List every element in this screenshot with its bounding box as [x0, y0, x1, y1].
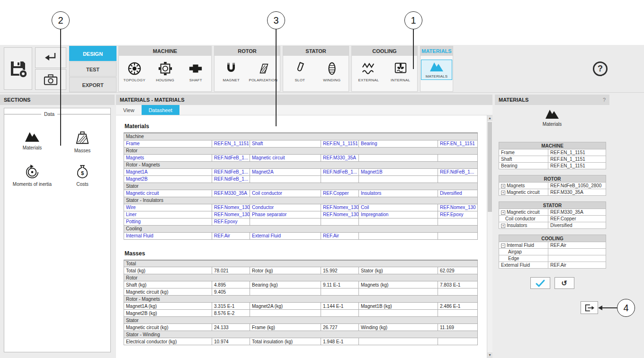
scroll-up-icon[interactable]: ▲	[487, 115, 492, 121]
cell: Bearing	[359, 140, 438, 147]
magnet-button[interactable]: MAGNET	[216, 60, 246, 83]
cell	[438, 338, 478, 345]
cell	[438, 288, 478, 296]
screenshot-button[interactable]	[35, 69, 66, 90]
cell: REF.EN_1_1151	[321, 140, 359, 147]
tree-label-cell: External Fluid	[499, 262, 548, 269]
materials-heading: Materials	[125, 123, 479, 130]
section-cell: Rotor	[124, 147, 478, 154]
sidebar-item-costs[interactable]: $ Costs	[57, 165, 107, 187]
cell: Magnet2B	[124, 175, 212, 183]
tab-datasheet[interactable]: Datasheet	[142, 105, 179, 115]
sidebar-item-materials[interactable]: Materials	[7, 131, 57, 153]
ribbon: DESIGN TEST EXPORT MACHINE	[0, 45, 644, 93]
tree-value-cell[interactable]: REF.EN_1_1151	[548, 163, 606, 169]
import-button[interactable]	[35, 47, 66, 68]
internal-cooling-button[interactable]: INTERNAL	[385, 60, 416, 83]
export-report-button[interactable]	[581, 301, 598, 314]
cell: Bearing (kg)	[250, 281, 321, 288]
cell: Frame	[124, 140, 212, 147]
restore-button[interactable]: ↺	[555, 277, 574, 289]
tree-label-cell: −Internal Fluid	[499, 242, 548, 249]
apply-button[interactable]	[530, 277, 550, 289]
cell	[438, 218, 478, 225]
tree-label-cell: Airgap	[499, 249, 548, 255]
cell	[250, 310, 321, 317]
expand-icon[interactable]: +	[501, 191, 505, 195]
tree-value-cell[interactable]: REF.Air	[548, 242, 606, 249]
polarization-button[interactable]: POLARIZATION	[248, 60, 278, 83]
cell: REF.NdFeB_1...	[321, 168, 359, 175]
callout-line-2	[60, 29, 61, 146]
expand-icon[interactable]: +	[501, 224, 505, 228]
scrollbar-thumb[interactable]	[488, 122, 492, 212]
materials-button[interactable]: MATERIALS	[421, 60, 452, 79]
tree-value-cell[interactable]: REF.NdFeB_1050_2800	[548, 183, 606, 189]
cell: Magnetic circuit	[124, 190, 212, 197]
tree-value-cell[interactable]	[548, 255, 606, 262]
ribbon-group-rotor: ROTOR MAGNET POLARIZAT	[214, 46, 280, 92]
tree-label-cell: Edge	[499, 255, 548, 262]
section-cell: Rotor - Magnets	[124, 161, 478, 168]
tree-value-cell[interactable]: Diversified	[548, 222, 606, 229]
tab-view[interactable]: View	[116, 105, 142, 115]
cell: Stator (kg)	[359, 267, 438, 274]
tree-group-header: ROTOR	[499, 175, 606, 183]
cell: REF.Nomex_130	[438, 204, 478, 211]
cell: Magnets	[124, 154, 212, 161]
tree-value-cell[interactable]: REF.M330_35A	[548, 189, 606, 196]
shaft-button[interactable]: SHAFT	[180, 60, 211, 83]
cell: 4.895	[212, 281, 250, 288]
cell: REF.Nomex_130	[321, 211, 359, 218]
cell: Magnet1A	[124, 168, 212, 175]
tree-value-cell[interactable]: REF.Air	[548, 262, 606, 269]
magnet-icon	[224, 61, 238, 76]
tree-label: Internal Fluid	[507, 243, 534, 248]
section-cell: Stator	[124, 183, 478, 190]
housing-button[interactable]: HOUSING	[150, 60, 180, 83]
cell: Wire	[124, 204, 212, 211]
panel-help-icon[interactable]: ?	[603, 95, 606, 105]
test-mode-button[interactable]: TEST	[69, 61, 116, 77]
cell: Conductor	[250, 204, 321, 211]
cell: 15.992	[321, 267, 359, 274]
external-cooling-button[interactable]: EXTERNAL	[353, 60, 384, 83]
cell	[359, 310, 438, 317]
cell: REF.Epoxy	[438, 211, 478, 218]
sidebar-item-moments-of-inertia[interactable]: Moments of inertia	[7, 165, 57, 187]
help-button[interactable]: ?	[593, 61, 608, 76]
ribbon-group-materials: MATERIALS MATERIALS	[420, 46, 453, 92]
section-cell: Stator - Insulators	[124, 197, 478, 204]
tree-value-cell[interactable]	[548, 249, 606, 255]
expand-icon[interactable]: +	[501, 210, 505, 215]
right-panel-title: MATERIALS	[499, 95, 528, 105]
tree-value-cell[interactable]: REF.EN_1_1151	[548, 149, 606, 156]
design-mode-button[interactable]: DESIGN	[69, 46, 116, 61]
vertical-scrollbar[interactable]: ▲ ▼	[487, 115, 492, 358]
shaft-icon	[188, 61, 203, 76]
check-icon	[535, 279, 546, 288]
tree-value-cell[interactable]: REF.EN_1_1151	[548, 156, 606, 163]
section-cell: Machine	[124, 133, 478, 140]
cell: 11.169	[438, 324, 478, 331]
collapse-icon[interactable]: −	[501, 244, 505, 248]
tree-value-cell[interactable]: REF.Copper	[548, 216, 606, 222]
callout-line-3	[276, 29, 277, 126]
scroll-down-icon[interactable]: ▼	[487, 352, 492, 358]
group-title-machine: MACHINE	[119, 46, 211, 56]
sidebar-item-masses[interactable]: Masses	[57, 131, 107, 153]
topology-button[interactable]: TOPOLOGY	[119, 60, 150, 83]
cell: 2.486 E-1	[438, 303, 478, 310]
cell: REF.Nomex_130	[212, 204, 250, 211]
winding-button[interactable]: WINDING	[317, 60, 347, 83]
export-icon	[584, 303, 595, 313]
cell: 7.803 E-1	[438, 281, 478, 288]
export-mode-button[interactable]: EXPORT	[69, 77, 116, 92]
tree-value-cell[interactable]: REF.M330_35A	[548, 209, 606, 216]
slot-button[interactable]: SLOT	[285, 60, 315, 83]
section-cell: Stator - Winding	[124, 331, 478, 338]
cell: Shaft	[250, 140, 321, 147]
expand-icon[interactable]: +	[501, 184, 505, 188]
cell: Coil conductor	[250, 190, 321, 197]
save-button[interactable]	[4, 47, 32, 90]
